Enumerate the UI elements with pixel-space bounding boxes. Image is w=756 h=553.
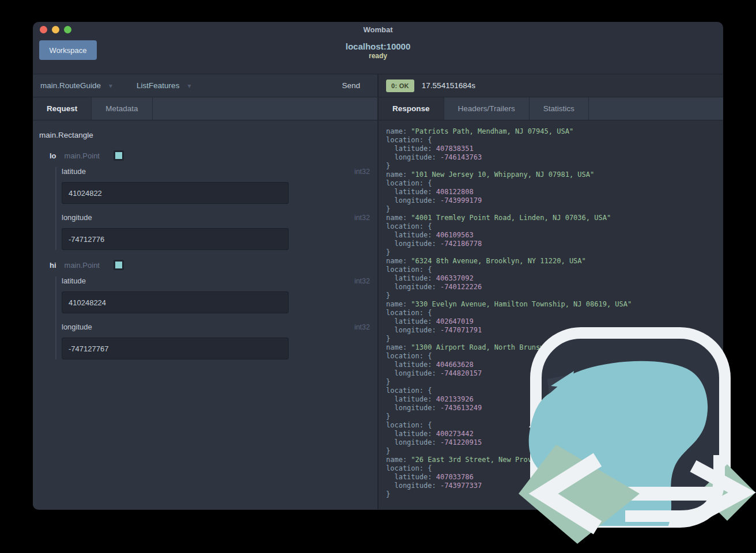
app-header: Workspace localhost:10000 ready [33,38,723,74]
tab-response[interactable]: Response [379,97,444,120]
call-duration: 17.554151684s [422,81,475,90]
field-longitude: longitude int32 [62,323,370,359]
server-address: localhost:10000 [33,41,723,51]
field-label: latitude [62,276,86,285]
tab-statistics[interactable]: Statistics [530,97,589,120]
field-scalar-type: int32 [354,323,370,331]
tab-headers-trailers[interactable]: Headers/Trailers [444,97,530,120]
field-group-hi: hi main.Point latitude int32 [39,259,370,359]
response-body[interactable]: name: "Patriots Path, Mendham, NJ 07945,… [379,120,723,509]
field-label: longitude [62,213,92,222]
titlebar: Wombat [33,22,723,38]
request-form: main.Rectangle lo main.Point latitude [33,120,377,369]
method-select[interactable]: ListFeatures [137,81,179,90]
tab-request[interactable]: Request [33,97,92,120]
service-select[interactable]: main.RouteGuide [40,81,101,90]
connection-state: ready [33,52,723,60]
latitude-input-lo[interactable] [62,182,289,204]
response-toolbar: 0: OK 17.554151684s [379,74,723,97]
request-panel: main.RouteGuide ▾ ListFeatures ▾ Send Re… [33,74,377,509]
chevron-down-icon[interactable]: ▾ [109,82,112,90]
field-label: longitude [62,323,92,331]
latitude-input-hi[interactable] [62,291,289,313]
field-name: lo [50,151,56,160]
field-label: latitude [62,167,86,176]
response-panel: 0: OK 17.554151684s Response Headers/Tra… [377,74,723,509]
response-tabbar: Response Headers/Trailers Statistics [379,97,723,120]
request-tabbar: Request Metadata [33,97,377,120]
tab-metadata[interactable]: Metadata [92,97,152,120]
desktop: Wombat Workspace localhost:10000 ready m… [0,0,756,553]
field-latitude: latitude int32 [62,276,370,313]
field-scalar-type: int32 [354,277,370,285]
field-longitude: longitude int32 [62,213,370,250]
checkbox-lo[interactable] [114,150,124,161]
connection-status: localhost:10000 ready [33,41,723,60]
longitude-input-hi[interactable] [62,338,289,359]
field-group-lo: lo main.Point latitude int32 [39,150,370,250]
message-type-label: main.Rectangle [39,131,370,139]
send-button[interactable]: Send [342,81,360,90]
chevron-down-icon[interactable]: ▾ [187,82,191,90]
field-type: main.Point [65,151,100,160]
status-badge: 0: OK [386,79,414,92]
window-title: Wombat [33,25,723,34]
field-type: main.Point [65,261,100,270]
request-toolbar: main.RouteGuide ▾ ListFeatures ▾ Send [33,74,377,97]
field-scalar-type: int32 [354,168,370,176]
checkbox-hi[interactable] [114,260,124,270]
field-latitude: latitude int32 [62,167,370,204]
longitude-input-lo[interactable] [62,228,289,250]
field-name: hi [50,261,56,270]
wombat-window: Wombat Workspace localhost:10000 ready m… [33,22,723,510]
field-scalar-type: int32 [354,214,370,222]
